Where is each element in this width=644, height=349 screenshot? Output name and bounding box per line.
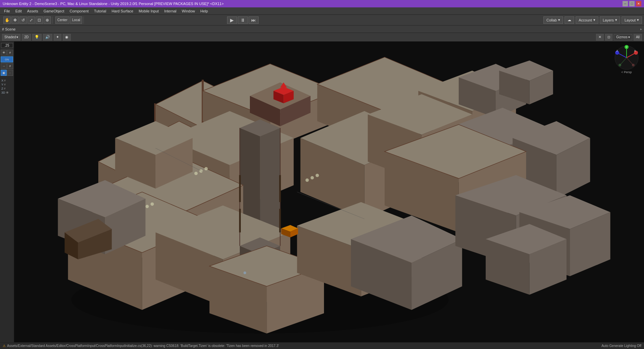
svg-point-95 [244,271,246,274]
y-axis-label: Y [1,83,3,86]
menu-window[interactable]: Window [179,8,198,14]
tool-row-3: ▣ · [1,70,13,76]
auto-generate-text: Auto Generate Lighting Off [601,344,641,348]
grid-hash-button[interactable]: # [7,50,13,56]
arrow-tool-button[interactable]: → [1,63,7,69]
2d-label: 2D [24,35,29,39]
gizmos-label: Gizmos [616,35,628,39]
pivot-local-label: Local [72,18,80,22]
rect-tool-button[interactable]: ⊡ [36,16,43,24]
menu-hard-surface[interactable]: Hard Surface [109,8,136,14]
hand-tool-button[interactable]: ✋ [3,16,11,24]
tool-row-1: 👁 # [1,50,13,56]
3d-label: 3D [1,91,5,94]
main-toolbar: ✋ ✥ ↺ ⤢ ⊡ ⊕ Center Local ▶ ⏸ ⏭ Collab ▾ … [0,15,644,26]
svg-rect-120 [239,209,241,232]
left-tools-panel: .25 👁 # ON → # ▣ · X # Y # Z [0,42,14,342]
scene-collapse-button[interactable]: ▸ [640,27,642,31]
pivot-group: Center Local [54,16,84,24]
transform-tools-group: ✋ ✥ ↺ ⤢ ⊡ ⊕ [2,16,53,24]
svg-point-50 [194,172,198,175]
collab-label: Collab [546,18,557,22]
rotate-tool-button[interactable]: ↺ [19,16,27,24]
maximize-button[interactable]: □ [629,1,635,6]
viewport-settings-button[interactable]: ⊡ [605,34,612,41]
scale-tool-button[interactable]: ⤢ [28,16,35,24]
grid-value-display: .25 [1,43,13,48]
shading-mode-dropdown[interactable]: Shaded ▾ [2,34,20,41]
scene-header: # Scene ▸ [0,26,644,33]
close-button[interactable]: ✕ [636,1,641,6]
scene-light-button[interactable]: 💡 [32,34,42,41]
layers-button[interactable]: Layers ▾ [600,16,620,24]
account-button[interactable]: Account ▾ [576,16,598,24]
gizmo-svg: X Y Z [613,44,640,71]
play-button[interactable]: ▶ [227,16,237,24]
menu-help[interactable]: Help [198,8,211,14]
orientation-gizmo[interactable]: X Y Z < Persp [613,44,640,71]
menu-file[interactable]: File [1,8,13,14]
scene-tab-label: # Scene [2,27,15,31]
layers-label: Layers [603,18,614,22]
menu-mobile-input[interactable]: Mobile Input [136,8,161,14]
pause-button[interactable]: ⏸ [238,16,248,24]
z-axis-label: Z [1,87,3,90]
toolbar-right: Collab ▾ ☁ Account ▾ Layers ▾ Layout ▾ [543,16,642,24]
play-icon: ▶ [230,17,234,23]
lighting-on-button[interactable]: ON [1,56,13,62]
cloud-button[interactable]: ☁ [565,16,574,24]
scene-tab[interactable]: # Scene [2,27,15,31]
menu-component[interactable]: Component [67,8,91,14]
scene-toolbar: Shaded ▾ 2D 💡 🔊 ✦ ◉ ✕ ⊡ Gizmos ▾ All [0,33,644,42]
svg-text:Y: Y [626,46,628,48]
minimize-button[interactable]: ─ [623,1,628,6]
scene-audio-button[interactable]: 🔊 [43,34,52,41]
tool-row-light: ON [1,56,13,62]
menu-tutorial[interactable]: Tutorial [91,8,109,14]
scene-close-button[interactable]: ✕ [596,34,604,41]
square-tool-button[interactable]: ▣ [1,70,7,76]
scene-hidden-button[interactable]: ◉ [63,34,71,41]
gizmos-dropdown-arrow: ▾ [628,35,630,39]
main-area: .25 👁 # ON → # ▣ · X # Y # Z [0,42,644,342]
collab-dropdown-arrow: ▾ [558,18,560,22]
svg-point-59 [306,179,309,182]
step-button[interactable]: ⏭ [249,16,259,24]
svg-point-77 [146,205,149,208]
cloud-icon: ☁ [568,18,571,22]
layout-dropdown-arrow: ▾ [637,18,639,22]
svg-point-133 [632,64,635,66]
pivot-center-button[interactable]: Center [55,16,69,24]
move-tool-button[interactable]: ✥ [11,16,19,24]
account-label: Account [579,18,592,22]
svg-rect-121 [279,209,281,232]
menu-gameobject[interactable]: GameObject [41,8,67,14]
scene-viewport[interactable]: X Y Z < Persp [14,42,644,342]
pause-icon: ⏸ [240,17,245,23]
gizmos-button[interactable]: Gizmos ▾ [614,34,632,40]
all-button[interactable]: All [634,34,642,41]
dot-tool-button[interactable]: · [7,70,13,76]
hash-2-button[interactable]: # [7,63,13,69]
menu-edit[interactable]: Edit [13,8,24,14]
pivot-center-label: Center [57,18,67,22]
3d-icon-label: ❋ [6,91,9,94]
scene-effects-button[interactable]: ✦ [54,34,61,41]
title-bar-text: Unknown Entity 2 - DemoScene3 - PC, Mac … [3,2,224,6]
status-warning-text: Assets/External/Standard Assets/Editor/C… [7,344,279,348]
collab-button[interactable]: Collab ▾ [543,16,563,24]
y-hash-label: # [4,83,6,86]
account-dropdown-arrow: ▾ [593,18,595,22]
status-bar: ⚠ Assets/External/Standard Assets/Editor… [0,342,644,349]
svg-point-78 [151,202,154,206]
view-tool-button[interactable]: 👁 [1,50,7,56]
tool-row-2: → # [1,63,13,69]
transform-tool-button[interactable]: ⊕ [44,16,51,24]
svg-point-60 [311,176,314,180]
menu-assets[interactable]: Assets [24,8,41,14]
menu-internal[interactable]: Internal [161,8,179,14]
pivot-local-button[interactable]: Local [70,16,82,24]
layout-button[interactable]: Layout ▾ [622,16,642,24]
status-right: Auto Generate Lighting Off [601,344,641,348]
2d-toggle[interactable]: 2D [22,34,31,41]
